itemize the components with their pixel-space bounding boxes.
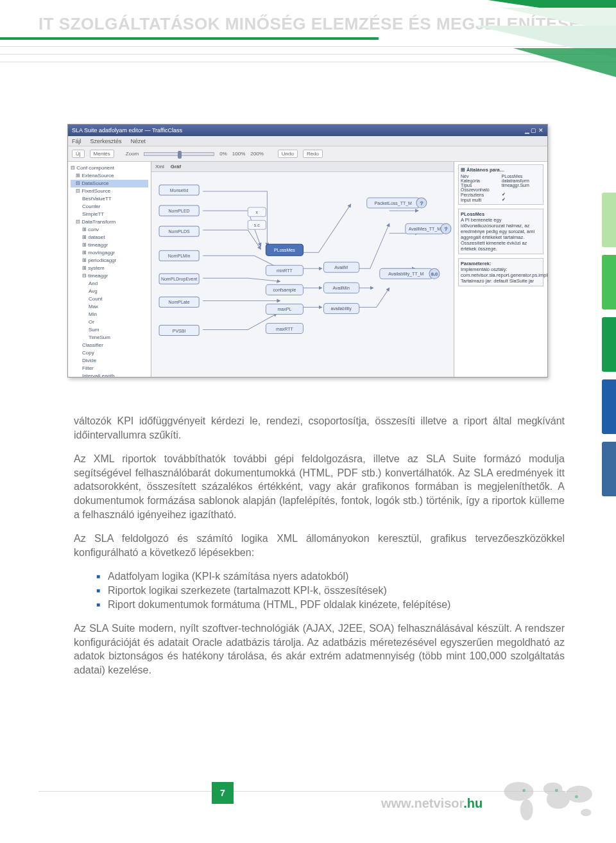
tree-node[interactable]: Sum <box>71 326 148 334</box>
svg-text:NomPLDS: NomPLDS <box>169 229 190 234</box>
props-head: ⊞ Általános para… <box>461 167 541 173</box>
url-tld: .hu <box>463 796 483 810</box>
menu-edit[interactable]: Szerkesztés <box>90 138 122 144</box>
tree-node[interactable]: Avg <box>71 288 148 295</box>
tree-node[interactable]: ⊟ DataSource <box>71 180 148 187</box>
tree-node[interactable]: And <box>71 280 148 288</box>
tree-node[interactable]: ⊟ timeaggr <box>71 272 148 280</box>
svg-text:PLossMes: PLossMes <box>274 248 295 252</box>
header-rule-3 <box>0 62 616 62</box>
svg-text:Availability_TT_M: Availability_TT_M <box>388 272 424 277</box>
svg-point-57 <box>555 789 558 792</box>
redo-button[interactable]: Redo <box>303 150 323 158</box>
tree-node[interactable]: Classifier <box>71 342 148 349</box>
side-tabs <box>602 193 616 504</box>
list-item: Riportok logikai szerkezete (tartalmazot… <box>96 584 565 598</box>
app-screenshot: SLA Suite adatfolyam editor — TrafficCla… <box>67 124 548 378</box>
properties-panel: ⊞ Általános para… NévPLossMes Kategóriad… <box>454 162 547 377</box>
tree-node[interactable]: Min <box>71 311 148 318</box>
tree-node[interactable]: ⊞ dataset <box>71 234 148 241</box>
tree-node[interactable]: Filter <box>71 365 148 372</box>
paragraph-2: Az XML riportok továbbíthatók további gé… <box>74 452 565 521</box>
tree-node[interactable]: Max <box>71 303 148 311</box>
svg-text:NomPLate: NomPLate <box>169 300 190 304</box>
list-item: Riport dokumentumok formátuma (HTML, PDF… <box>96 598 565 612</box>
save-button[interactable]: Mentés <box>90 150 114 158</box>
svg-text:MonsetId: MonsetId <box>170 188 189 193</box>
svg-text:PacketLoss_TT_M: PacketLoss_TT_M <box>375 201 413 206</box>
svg-text:?: ? <box>445 226 448 232</box>
window-titlebar: SLA Suite adatfolyam editor — TrafficCla… <box>68 125 547 136</box>
toolbar: Új Mentés Zoom 0% 100% 200% Undo Redo <box>68 146 547 162</box>
svg-marker-3 <box>513 48 616 77</box>
tree-node[interactable]: Or <box>71 318 148 326</box>
world-map-icon <box>497 770 603 828</box>
tree-panel[interactable]: ⊟ Conf component ⊞ ExtenaSource ⊟ DataSo… <box>68 162 151 377</box>
tree-node[interactable]: ⊟ Conf component <box>71 164 148 172</box>
side-tab <box>602 317 616 372</box>
svg-text:NomPLDropEvent: NomPLDropEvent <box>161 277 197 282</box>
props-sect3-head: Paraméterek: <box>461 261 541 266</box>
flow-diagram: MonsetId NomPLED NomPLDS NomPLMin NomPLD… <box>151 172 454 378</box>
zoom-slider[interactable] <box>144 152 214 156</box>
undo-button[interactable]: Undo <box>278 150 298 158</box>
tree-node[interactable]: ⊞ periodicaggr <box>71 257 148 265</box>
new-button[interactable]: Új <box>72 150 85 158</box>
svg-text:minRTT: minRTT <box>277 268 293 273</box>
tree-node[interactable]: BestValueTT <box>71 195 148 203</box>
side-tab <box>602 255 616 309</box>
tree-node[interactable]: Count <box>71 295 148 303</box>
url-base: www.netvisor <box>381 796 463 810</box>
zoom-label: Zoom <box>126 151 139 157</box>
svg-point-56 <box>522 789 526 792</box>
tree-node[interactable]: ⊞ timeaggr <box>71 241 148 249</box>
svg-text:availability: availability <box>330 306 352 311</box>
paragraph-1: változók KPI időfüggvényeit kérdezi le, … <box>74 414 565 442</box>
svg-text:NomPLMin: NomPLMin <box>168 254 191 258</box>
svg-text:AvailMin: AvailMin <box>332 286 349 290</box>
tree-node[interactable]: Counter <box>71 203 148 211</box>
tab-graph[interactable]: Gráf <box>171 164 181 169</box>
bullet-list: Adatfolyam logika (KPI-k számítása nyers… <box>96 569 565 611</box>
header-decor <box>449 0 616 77</box>
tree-node[interactable]: ⊞ movingaggr <box>71 249 148 257</box>
tree-node[interactable]: ⊞ ExtenaSource <box>71 172 148 180</box>
svg-text:AvailMes_TT_M: AvailMes_TT_M <box>409 227 441 232</box>
zoom-thumb[interactable] <box>178 151 182 159</box>
tree-node[interactable]: ⊟ DataTransform <box>71 218 148 226</box>
tree-node[interactable]: Copy <box>71 349 148 357</box>
tree-node[interactable]: TimeSum <box>71 334 148 342</box>
page-title: IT SZOLGÁLTATÁSOK MINŐSÉG ELEMZÉSE ÉS ME… <box>38 14 581 34</box>
svg-text:x: x <box>256 210 259 214</box>
svg-text:?: ? <box>420 200 424 206</box>
props-sect2-head: PLossMes <box>461 211 541 217</box>
tree-node[interactable]: ⊞ system <box>71 265 148 272</box>
tree-node[interactable]: ⊞ conv <box>71 226 148 234</box>
svg-text:NomPLED: NomPLED <box>169 209 190 213</box>
footer-url: www.netvisor.hu <box>381 796 483 811</box>
list-item: Adatfolyam logika (KPI-k számítása nyers… <box>96 569 565 584</box>
paragraph-4: Az SLA Suite modern, nyílt szoftver-tech… <box>74 621 565 677</box>
side-tab <box>602 193 616 247</box>
window-controls-icon: ▁ ▢ ✕ <box>525 127 543 134</box>
body-copy: változók KPI időfüggvényeit kérdezi le, … <box>74 414 565 688</box>
menu-view[interactable]: Nézet <box>131 138 146 144</box>
menu-file[interactable]: Fájl <box>72 138 81 144</box>
header-underline <box>0 37 379 40</box>
paragraph-3: Az SLA feldolgozó és számító logika XML … <box>74 532 565 559</box>
tree-node[interactable]: SimpleTT <box>71 211 148 218</box>
props-sect2-body: A PI bemenete egy idővonatkozósorozat ha… <box>461 217 541 252</box>
zoom-min: 0% <box>219 151 227 157</box>
tree-node[interactable]: Divide <box>71 357 148 365</box>
svg-point-51 <box>520 799 533 821</box>
svg-text:maxPL: maxPL <box>278 307 292 311</box>
header-rule-2 <box>0 54 616 55</box>
tree-node[interactable]: IntervalLength <box>71 372 148 377</box>
window-title: SLA Suite adatfolyam editor — TrafficCla… <box>72 127 182 134</box>
tree-node[interactable]: ⊟ FixedSource <box>71 187 148 195</box>
svg-text:PVSBI: PVSBI <box>173 329 186 333</box>
canvas-panel[interactable]: Xml Gráf <box>151 162 454 377</box>
tab-xml[interactable]: Xml <box>155 164 164 169</box>
page-number: 7 <box>212 782 234 804</box>
svg-text:s.c: s.c <box>254 223 260 227</box>
